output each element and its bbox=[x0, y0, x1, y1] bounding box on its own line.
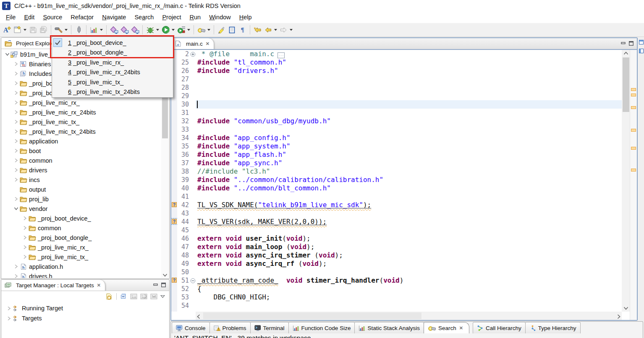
code-line-39[interactable]: #include "../common/calibration/calibrat… bbox=[196, 176, 622, 184]
line-number[interactable]: 46 bbox=[177, 234, 190, 243]
restore-view-icon[interactable] bbox=[639, 47, 644, 55]
scroll-right-icon[interactable] bbox=[617, 313, 620, 320]
menu-navigate[interactable]: Navigate bbox=[98, 13, 130, 22]
chevron-right-icon[interactable] bbox=[5, 315, 12, 322]
chevron-right-icon[interactable] bbox=[13, 273, 19, 278]
line-number[interactable]: 42 bbox=[177, 201, 190, 209]
code-line-28[interactable] bbox=[196, 83, 622, 92]
new-wizard-button[interactable] bbox=[13, 25, 22, 35]
code-line-45[interactable] bbox=[196, 226, 622, 234]
save-button[interactable] bbox=[28, 25, 38, 35]
question-annotation-icon[interactable]: ? bbox=[172, 278, 177, 283]
line-number[interactable]: 52 bbox=[177, 285, 190, 293]
editor-horizontal-scrollbar[interactable] bbox=[196, 312, 622, 320]
menu-window[interactable]: Window bbox=[205, 13, 235, 22]
line-number[interactable]: 34 bbox=[177, 134, 190, 142]
linked-doc-button[interactable] bbox=[227, 25, 237, 35]
tab-console[interactable]: Console bbox=[172, 322, 210, 333]
warning-marker[interactable] bbox=[631, 106, 636, 109]
code-line-38[interactable]: //#include "lc3.h" bbox=[196, 167, 622, 176]
tm-item-Running Target[interactable]: Running Target bbox=[1, 303, 169, 313]
code-area[interactable]: * @file main.c...#include "tl_common.h"#… bbox=[196, 50, 622, 312]
line-number[interactable]: 47 bbox=[177, 243, 190, 251]
flash-download-2-button[interactable] bbox=[120, 25, 129, 35]
tree-item-_proj_live_mic_tx_[interactable]: _proj_live_mic_tx_ bbox=[1, 117, 161, 127]
dropdown-arrow-icon[interactable] bbox=[99, 25, 103, 35]
tree-item-vendor[interactable]: vendor bbox=[1, 204, 161, 213]
tab-static-stack-analysis[interactable]: Static Stack Analysis bbox=[354, 322, 424, 333]
dropdown-arrow-icon[interactable] bbox=[207, 25, 211, 35]
maximize-icon[interactable] bbox=[161, 281, 166, 289]
code-line-26[interactable]: #include "drivers.h" bbox=[196, 67, 622, 75]
chevron-right-icon[interactable] bbox=[13, 177, 19, 183]
menu-source[interactable]: Source bbox=[39, 13, 66, 22]
line-number[interactable]: 49 bbox=[177, 260, 190, 268]
line-number[interactable]: 44 bbox=[177, 218, 190, 226]
build-button[interactable] bbox=[54, 25, 63, 35]
line-number[interactable]: 37 bbox=[177, 159, 190, 167]
code-line-27[interactable] bbox=[196, 75, 622, 83]
line-number[interactable]: 48 bbox=[177, 251, 190, 260]
line-number[interactable]: 50 bbox=[177, 268, 190, 276]
line-number[interactable]: 27 bbox=[177, 75, 190, 83]
folding-ruler[interactable] bbox=[190, 50, 196, 312]
line-number[interactable]: 54 bbox=[177, 302, 190, 310]
tab-search[interactable]: Search✕ bbox=[424, 322, 469, 333]
dropdown-arrow-icon[interactable] bbox=[171, 25, 175, 35]
tree-item-_proj_live_mic_tx_24bits[interactable]: _proj_live_mic_tx_24bits bbox=[1, 127, 161, 136]
chevron-right-icon[interactable] bbox=[13, 263, 19, 270]
line-number[interactable]: 31 bbox=[177, 109, 190, 117]
scroll-down-icon[interactable] bbox=[161, 273, 169, 277]
line-number[interactable]: 2 bbox=[177, 50, 190, 58]
line-number[interactable]: 36 bbox=[177, 151, 190, 159]
tab-call-hierarchy[interactable]: Call Hierarchy bbox=[473, 322, 526, 333]
chevron-right-icon[interactable] bbox=[21, 225, 28, 231]
warning-marker[interactable] bbox=[631, 94, 636, 96]
tree-item-_proj_boot_device_[interactable]: _proj_boot_device_ bbox=[1, 213, 161, 223]
scrollbar-thumb[interactable] bbox=[203, 312, 421, 319]
question-annotation-icon[interactable]: ? bbox=[172, 202, 177, 207]
dropdown-arrow-icon[interactable] bbox=[289, 25, 293, 35]
scroll-left-icon[interactable] bbox=[197, 313, 200, 320]
menu-item-_proj_live_mic_rx_24bits[interactable]: 4 _proj_live_mic_rx_24bits bbox=[52, 68, 173, 78]
save-all-button[interactable] bbox=[39, 25, 48, 35]
code-line-48[interactable]: extern void async_irq_stimer (void); bbox=[196, 251, 622, 260]
chevron-right-icon[interactable] bbox=[13, 128, 19, 135]
chevron-right-icon[interactable] bbox=[13, 99, 19, 106]
warning-marker[interactable] bbox=[631, 88, 636, 91]
code-line-54[interactable] bbox=[196, 302, 622, 310]
restore-view-icon[interactable] bbox=[639, 39, 644, 46]
code-line-41[interactable] bbox=[196, 192, 622, 201]
chevron-right-icon[interactable] bbox=[13, 196, 19, 203]
warning-marker[interactable] bbox=[631, 169, 636, 172]
tab-type-hierarchy[interactable]: Type Hierarchy bbox=[525, 322, 581, 333]
refresh-target-button[interactable] bbox=[105, 293, 113, 300]
line-number[interactable]: 41 bbox=[177, 192, 190, 201]
line-number[interactable]: 40 bbox=[177, 184, 190, 192]
menu-search[interactable]: Search bbox=[130, 13, 158, 22]
menu-help[interactable]: Help bbox=[235, 13, 256, 22]
view-menu-button[interactable] bbox=[160, 295, 165, 298]
chevron-right-icon[interactable] bbox=[13, 148, 19, 154]
scrollbar-thumb[interactable] bbox=[162, 98, 168, 138]
debug-chip-button[interactable] bbox=[74, 25, 84, 35]
code-line-32[interactable]: #include "common/usb_dbg/myudb.h" bbox=[196, 117, 622, 125]
tree-item-_proj_live_mic_tx_[interactable]: _proj_live_mic_tx_ bbox=[1, 252, 161, 262]
code-line-35[interactable]: #include "app_system.h" bbox=[196, 142, 622, 151]
code-line-47[interactable]: extern void main_loop (void); bbox=[196, 243, 622, 251]
image-1-button[interactable] bbox=[130, 294, 137, 299]
fold-expand-icon[interactable] bbox=[190, 50, 196, 58]
line-number-ruler[interactable]: 2252627282930313233343536373839404142434… bbox=[177, 50, 190, 312]
collapse-all-button[interactable] bbox=[120, 293, 127, 300]
tab-main-c[interactable]: .c main.c ✕ bbox=[171, 38, 214, 49]
menu-item-_proj_live_mic_rx_[interactable]: 3 _proj_live_mic_rx_ bbox=[52, 57, 173, 68]
warning-marker[interactable] bbox=[631, 129, 636, 132]
highlight-marker-button[interactable] bbox=[217, 25, 226, 35]
image-3-button[interactable] bbox=[150, 294, 157, 299]
line-number[interactable]: 30 bbox=[177, 100, 190, 109]
close-icon[interactable]: ✕ bbox=[97, 283, 101, 288]
show-whitespace-button[interactable]: ¶ bbox=[238, 25, 247, 35]
line-number[interactable]: 25 bbox=[177, 58, 190, 67]
code-line-30[interactable] bbox=[196, 100, 622, 109]
code-line-44[interactable]: TL_VS_VER(sdk, MAKE_VER(2,0,0)); bbox=[196, 218, 622, 226]
